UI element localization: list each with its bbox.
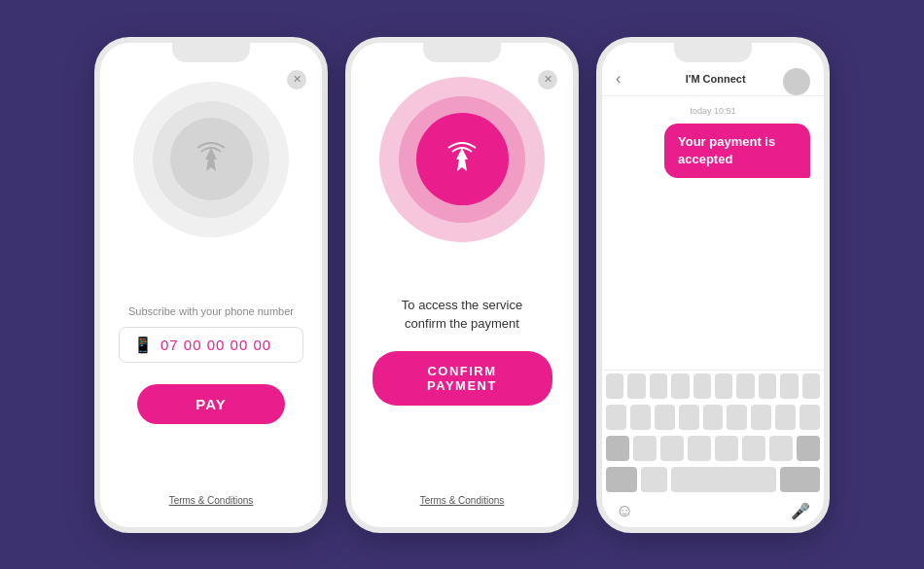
phone1-terms-link[interactable]: Terms & Conditions xyxy=(169,495,254,506)
key[interactable] xyxy=(688,436,711,461)
key[interactable] xyxy=(769,436,793,461)
key[interactable] xyxy=(736,373,754,399)
key[interactable] xyxy=(693,373,711,399)
keyboard-bottom-bar: ☺ 🎤 xyxy=(602,495,824,527)
confirm-payment-button[interactable]: CONFIRM PAYMENT xyxy=(373,351,552,406)
phone1-signal-mid xyxy=(153,101,269,218)
phone-1: ✕ Subscribe with your phone number xyxy=(94,37,328,533)
phone-number-display: 07 00 00 00 00 xyxy=(160,337,271,353)
chat-title: I'M Connect xyxy=(621,73,810,85)
key[interactable] xyxy=(715,373,732,399)
delete-key[interactable] xyxy=(797,436,820,461)
phone2-signal-outer xyxy=(379,77,545,242)
phone-3: ‹ I'M Connect today 10:51 Your payment i… xyxy=(596,37,830,533)
phone2-content: To access the service confirm the paymen… xyxy=(351,43,573,527)
key[interactable] xyxy=(800,405,820,430)
emoji-icon[interactable]: ☺ xyxy=(616,501,633,521)
phone3-notch xyxy=(674,43,752,62)
key[interactable] xyxy=(606,373,623,399)
key[interactable] xyxy=(633,436,657,461)
phone1-content: Subscribe with your phone number 📱 07 00… xyxy=(100,43,322,527)
key[interactable] xyxy=(780,373,798,399)
pay-button[interactable]: PAY xyxy=(137,384,284,424)
phone2-close-button[interactable]: ✕ xyxy=(538,70,557,89)
keyboard-row-3 xyxy=(602,433,824,464)
phone2-signal-mid xyxy=(399,96,525,223)
key[interactable] xyxy=(655,405,675,430)
key[interactable] xyxy=(660,436,684,461)
keyboard-row-2 xyxy=(602,402,824,433)
signal-tower-icon xyxy=(192,140,231,179)
subscribe-text: Subscribe with your phone number xyxy=(128,305,294,317)
keyboard-row-1 xyxy=(602,371,824,402)
key[interactable] xyxy=(627,373,645,399)
keyboard-row-4 xyxy=(602,464,824,495)
key[interactable] xyxy=(671,373,689,399)
chat-area: today 10:51 Your payment is accepted xyxy=(602,96,824,370)
phone2-terms-link[interactable]: Terms & Conditions xyxy=(420,495,505,506)
chat-avatar xyxy=(783,68,810,95)
signal-tower-icon-pink xyxy=(443,140,481,179)
key[interactable] xyxy=(759,373,776,399)
phone1-signal-outer xyxy=(133,82,289,237)
phone2-signal-inner xyxy=(416,113,509,205)
key[interactable] xyxy=(650,373,667,399)
phone3-content: ‹ I'M Connect today 10:51 Your payment i… xyxy=(602,43,824,527)
phones-container: ✕ Subscribe with your phone number xyxy=(75,18,849,552)
phone-field-icon: 📱 xyxy=(133,336,153,354)
key[interactable] xyxy=(606,405,626,430)
return-key[interactable] xyxy=(780,467,820,492)
shift-key[interactable] xyxy=(606,436,629,461)
key[interactable] xyxy=(775,405,796,430)
chat-timestamp: today 10:51 xyxy=(616,106,810,116)
phone1-signal-inner xyxy=(170,118,253,200)
phone1-close-button[interactable]: ✕ xyxy=(287,70,306,89)
key[interactable] xyxy=(751,405,771,430)
key[interactable] xyxy=(742,436,765,461)
key[interactable] xyxy=(630,405,651,430)
access-text: To access the service confirm the paymen… xyxy=(402,296,522,334)
key[interactable] xyxy=(679,405,699,430)
microphone-icon[interactable]: 🎤 xyxy=(791,502,810,520)
key[interactable] xyxy=(802,373,820,399)
key[interactable] xyxy=(727,405,747,430)
numbers-key[interactable] xyxy=(606,467,637,492)
phone1-notch xyxy=(172,43,250,62)
chat-bubble: Your payment is accepted xyxy=(664,124,810,178)
phone-input-row[interactable]: 📱 07 00 00 00 00 xyxy=(119,327,303,363)
key[interactable] xyxy=(703,405,724,430)
key[interactable] xyxy=(715,436,738,461)
key[interactable] xyxy=(641,467,667,492)
phone2-notch xyxy=(423,43,501,62)
keyboard-area: ☺ 🎤 xyxy=(602,370,824,527)
phone-2: ✕ To access the service confirm the paym… xyxy=(345,37,579,533)
space-key[interactable] xyxy=(671,467,776,492)
